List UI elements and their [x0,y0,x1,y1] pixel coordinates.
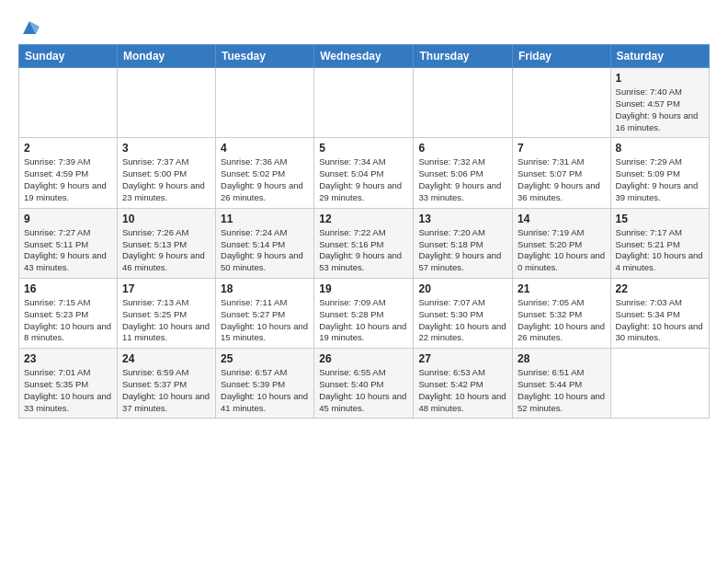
day-number: 11 [221,213,309,225]
calendar-cell: 5Sunrise: 7:34 AM Sunset: 5:04 PM Daylig… [314,138,414,208]
logo [18,15,40,35]
calendar-cell [610,349,709,419]
calendar-cell: 14Sunrise: 7:19 AM Sunset: 5:20 PM Dayli… [513,208,611,278]
day-number: 4 [221,142,309,155]
day-info: Sunrise: 7:09 AM Sunset: 5:28 PM Dayligh… [319,297,408,344]
day-info: Sunrise: 7:22 AM Sunset: 5:16 PM Dayligh… [319,227,408,274]
calendar-cell [216,68,314,138]
day-info: Sunrise: 7:11 AM Sunset: 5:27 PM Dayligh… [221,297,309,344]
day-number: 15 [616,213,704,225]
day-info: Sunrise: 6:55 AM Sunset: 5:40 PM Dayligh… [319,367,408,414]
calendar-cell [117,68,215,138]
day-number: 16 [24,282,112,295]
calendar-cell [414,68,513,138]
calendar-cell: 10Sunrise: 7:26 AM Sunset: 5:13 PM Dayli… [117,208,215,278]
calendar-cell: 23Sunrise: 7:01 AM Sunset: 5:35 PM Dayli… [19,349,118,419]
logo-blue-text [18,14,40,37]
calendar-cell: 20Sunrise: 7:07 AM Sunset: 5:30 PM Dayli… [414,278,513,348]
day-number: 6 [418,142,507,155]
day-number: 20 [418,282,507,295]
day-info: Sunrise: 7:36 AM Sunset: 5:02 PM Dayligh… [221,156,309,203]
header [18,15,710,35]
weekday-header-wednesday: Wednesday [314,45,414,68]
day-number: 12 [319,213,408,225]
day-number: 18 [221,282,309,295]
day-info: Sunrise: 7:17 AM Sunset: 5:21 PM Dayligh… [616,227,704,274]
week-row-3: 9Sunrise: 7:27 AM Sunset: 5:11 PM Daylig… [19,208,710,278]
calendar-cell: 9Sunrise: 7:27 AM Sunset: 5:11 PM Daylig… [19,208,118,278]
calendar-cell: 3Sunrise: 7:37 AM Sunset: 5:00 PM Daylig… [117,138,215,208]
day-number: 5 [319,142,408,155]
calendar-cell: 26Sunrise: 6:55 AM Sunset: 5:40 PM Dayli… [314,349,414,419]
day-number: 7 [518,142,606,155]
day-info: Sunrise: 7:29 AM Sunset: 5:09 PM Dayligh… [616,156,704,203]
calendar-cell: 19Sunrise: 7:09 AM Sunset: 5:28 PM Dayli… [314,278,414,348]
day-info: Sunrise: 7:07 AM Sunset: 5:30 PM Dayligh… [418,297,507,344]
day-number: 8 [616,142,704,155]
calendar-cell: 18Sunrise: 7:11 AM Sunset: 5:27 PM Dayli… [216,278,314,348]
calendar-cell: 1Sunrise: 7:40 AM Sunset: 4:57 PM Daylig… [610,68,709,138]
day-number: 24 [122,352,210,365]
day-info: Sunrise: 7:24 AM Sunset: 5:14 PM Dayligh… [221,227,309,274]
day-number: 26 [319,352,408,365]
day-number: 13 [418,213,507,225]
day-info: Sunrise: 7:13 AM Sunset: 5:25 PM Dayligh… [122,297,210,344]
day-number: 23 [24,352,112,365]
day-number: 22 [616,282,704,295]
week-row-4: 16Sunrise: 7:15 AM Sunset: 5:23 PM Dayli… [19,278,710,348]
day-info: Sunrise: 6:57 AM Sunset: 5:39 PM Dayligh… [221,367,309,414]
page: SundayMondayTuesdayWednesdayThursdayFrid… [0,0,728,433]
calendar-cell [513,68,611,138]
day-number: 28 [518,352,606,365]
week-row-1: 1Sunrise: 7:40 AM Sunset: 4:57 PM Daylig… [19,68,710,138]
day-info: Sunrise: 6:53 AM Sunset: 5:42 PM Dayligh… [418,367,507,414]
week-row-2: 2Sunrise: 7:39 AM Sunset: 4:59 PM Daylig… [19,138,710,208]
calendar-cell: 6Sunrise: 7:32 AM Sunset: 5:06 PM Daylig… [414,138,513,208]
calendar-cell: 13Sunrise: 7:20 AM Sunset: 5:18 PM Dayli… [414,208,513,278]
day-info: Sunrise: 6:59 AM Sunset: 5:37 PM Dayligh… [122,367,210,414]
weekday-header-tuesday: Tuesday [216,45,314,68]
logo-icon [19,17,40,36]
calendar-cell: 7Sunrise: 7:31 AM Sunset: 5:07 PM Daylig… [513,138,611,208]
day-info: Sunrise: 7:26 AM Sunset: 5:13 PM Dayligh… [122,227,210,274]
day-number: 27 [418,352,507,365]
day-info: Sunrise: 7:37 AM Sunset: 5:00 PM Dayligh… [122,156,210,203]
day-info: Sunrise: 7:39 AM Sunset: 4:59 PM Dayligh… [24,156,112,203]
calendar-cell: 22Sunrise: 7:03 AM Sunset: 5:34 PM Dayli… [610,278,709,348]
calendar-cell: 24Sunrise: 6:59 AM Sunset: 5:37 PM Dayli… [117,349,215,419]
day-number: 10 [122,213,210,225]
day-number: 9 [24,213,112,225]
weekday-header-sunday: Sunday [19,45,118,68]
calendar-cell: 12Sunrise: 7:22 AM Sunset: 5:16 PM Dayli… [314,208,414,278]
day-number: 14 [518,213,606,225]
calendar-table: SundayMondayTuesdayWednesdayThursdayFrid… [18,44,710,419]
day-info: Sunrise: 7:19 AM Sunset: 5:20 PM Dayligh… [518,227,606,274]
day-number: 21 [518,282,606,295]
day-number: 19 [319,282,408,295]
calendar-cell: 27Sunrise: 6:53 AM Sunset: 5:42 PM Dayli… [414,349,513,419]
day-number: 25 [221,352,309,365]
calendar-cell: 17Sunrise: 7:13 AM Sunset: 5:25 PM Dayli… [117,278,215,348]
calendar-cell: 2Sunrise: 7:39 AM Sunset: 4:59 PM Daylig… [19,138,118,208]
calendar-cell: 4Sunrise: 7:36 AM Sunset: 5:02 PM Daylig… [216,138,314,208]
calendar-cell: 8Sunrise: 7:29 AM Sunset: 5:09 PM Daylig… [610,138,709,208]
day-number: 17 [122,282,210,295]
day-info: Sunrise: 7:27 AM Sunset: 5:11 PM Dayligh… [24,227,112,274]
day-info: Sunrise: 7:34 AM Sunset: 5:04 PM Dayligh… [319,156,408,203]
day-info: Sunrise: 7:20 AM Sunset: 5:18 PM Dayligh… [418,227,507,274]
day-info: Sunrise: 7:31 AM Sunset: 5:07 PM Dayligh… [518,156,606,203]
calendar-cell [314,68,414,138]
day-number: 3 [122,142,210,155]
week-row-5: 23Sunrise: 7:01 AM Sunset: 5:35 PM Dayli… [19,349,710,419]
calendar-cell: 11Sunrise: 7:24 AM Sunset: 5:14 PM Dayli… [216,208,314,278]
day-info: Sunrise: 7:40 AM Sunset: 4:57 PM Dayligh… [616,86,704,133]
day-info: Sunrise: 7:32 AM Sunset: 5:06 PM Dayligh… [418,156,507,203]
weekday-header-monday: Monday [117,45,215,68]
day-info: Sunrise: 6:51 AM Sunset: 5:44 PM Dayligh… [518,367,606,414]
calendar-cell: 25Sunrise: 6:57 AM Sunset: 5:39 PM Dayli… [216,349,314,419]
day-info: Sunrise: 7:01 AM Sunset: 5:35 PM Dayligh… [24,367,112,414]
day-info: Sunrise: 7:15 AM Sunset: 5:23 PM Dayligh… [24,297,112,344]
weekday-header-row: SundayMondayTuesdayWednesdayThursdayFrid… [19,45,710,68]
calendar-cell: 16Sunrise: 7:15 AM Sunset: 5:23 PM Dayli… [19,278,118,348]
weekday-header-saturday: Saturday [610,45,709,68]
